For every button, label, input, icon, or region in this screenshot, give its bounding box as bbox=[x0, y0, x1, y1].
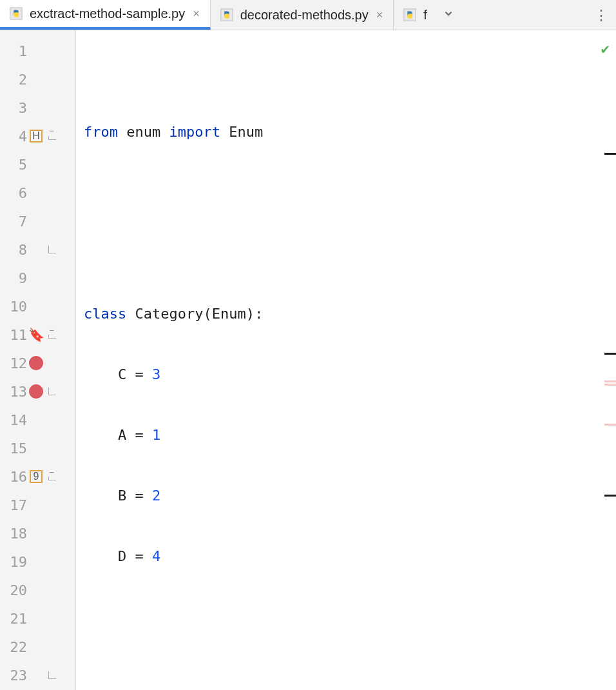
line-number[interactable]: 20 bbox=[0, 582, 27, 598]
line-number[interactable]: 2 bbox=[0, 72, 27, 88]
fold-toggle-icon[interactable] bbox=[48, 331, 56, 339]
error-stripe[interactable] bbox=[604, 30, 616, 690]
gutter-badge-h[interactable]: H bbox=[30, 130, 43, 143]
code-line[interactable] bbox=[76, 239, 616, 267]
fold-toggle-icon[interactable] bbox=[48, 473, 56, 480]
editor: 1 2 3 4H 5 6 7 8 9 10 11🔖 12 13 14 15 16… bbox=[0, 30, 616, 690]
fold-end-icon[interactable] bbox=[48, 246, 56, 253]
line-number[interactable]: 8 bbox=[0, 242, 27, 258]
line-number[interactable]: 16 bbox=[0, 469, 27, 485]
code-line[interactable]: class Category(Enum): bbox=[76, 299, 616, 328]
code-area[interactable]: ✔ from enum import Enum class Category(E… bbox=[76, 30, 616, 690]
line-number[interactable]: 15 bbox=[0, 440, 27, 457]
code-line[interactable] bbox=[76, 178, 616, 206]
line-number[interactable]: 21 bbox=[0, 611, 27, 627]
python-file-icon bbox=[403, 8, 417, 22]
gutter-badge-9[interactable]: 9 bbox=[30, 470, 43, 483]
line-number[interactable]: 7 bbox=[0, 213, 27, 230]
tab-label: decorated-methods.py bbox=[240, 8, 369, 23]
fold-end-icon[interactable] bbox=[48, 388, 56, 395]
tab-label: f bbox=[423, 8, 427, 23]
line-number[interactable]: 3 bbox=[0, 100, 27, 116]
code-line[interactable] bbox=[76, 602, 616, 631]
close-icon[interactable]: × bbox=[191, 7, 201, 21]
python-file-icon bbox=[220, 8, 234, 22]
line-number[interactable]: 12 bbox=[0, 355, 27, 371]
gutter: 1 2 3 4H 5 6 7 8 9 10 11🔖 12 13 14 15 16… bbox=[0, 30, 76, 690]
close-icon[interactable]: × bbox=[375, 8, 385, 22]
kebab-menu-icon[interactable]: ⋮ bbox=[585, 7, 616, 23]
tab-label: exctract-method-sample.py bbox=[30, 6, 185, 21]
code-line[interactable] bbox=[76, 663, 616, 690]
python-file-icon bbox=[9, 6, 23, 21]
line-number[interactable]: 9 bbox=[0, 270, 27, 286]
bookmark-icon[interactable]: 🔖 bbox=[28, 327, 44, 342]
line-number[interactable]: 23 bbox=[0, 667, 27, 684]
tab-bar: exctract-method-sample.py × decorated-me… bbox=[0, 0, 616, 30]
tab-extract-method[interactable]: exctract-method-sample.py × bbox=[0, 0, 211, 30]
fold-end-icon[interactable] bbox=[48, 671, 56, 679]
code-line[interactable]: C = 3 bbox=[76, 360, 616, 388]
line-number[interactable]: 5 bbox=[0, 157, 27, 173]
line-number[interactable]: 4 bbox=[0, 128, 27, 144]
tab-f[interactable]: f bbox=[394, 0, 436, 30]
line-number[interactable]: 10 bbox=[0, 299, 27, 315]
line-number[interactable]: 18 bbox=[0, 526, 27, 542]
line-number[interactable]: 6 bbox=[0, 185, 27, 201]
chevron-down-icon[interactable] bbox=[436, 7, 461, 23]
code-line[interactable]: A = 1 bbox=[76, 420, 616, 449]
line-number[interactable]: 17 bbox=[0, 497, 27, 513]
breakpoint-icon[interactable] bbox=[29, 384, 43, 399]
line-number[interactable]: 1 bbox=[0, 43, 27, 59]
code-line[interactable]: D = 4 bbox=[76, 542, 616, 570]
code-line[interactable]: from enum import Enum bbox=[76, 117, 616, 146]
line-number[interactable]: 22 bbox=[0, 639, 27, 655]
breakpoint-icon[interactable] bbox=[29, 356, 43, 370]
tab-decorated-methods[interactable]: decorated-methods.py × bbox=[211, 0, 394, 30]
line-number[interactable]: 11 bbox=[0, 327, 27, 343]
line-number[interactable]: 13 bbox=[0, 384, 27, 400]
code-line[interactable]: B = 2 bbox=[76, 481, 616, 509]
line-number[interactable]: 14 bbox=[0, 412, 27, 428]
fold-toggle-icon[interactable] bbox=[48, 132, 56, 140]
line-number[interactable]: 19 bbox=[0, 554, 27, 570]
